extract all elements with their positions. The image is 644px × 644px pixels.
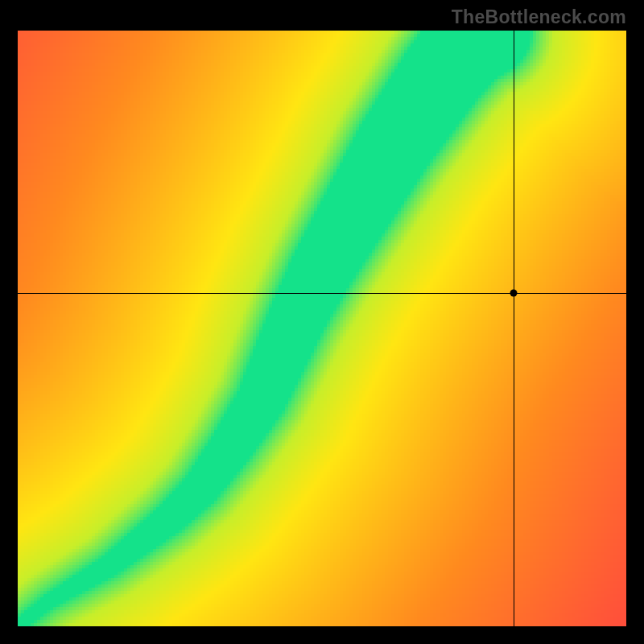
crosshair-horizontal <box>18 293 626 294</box>
marker-dot <box>510 289 518 296</box>
watermark-text: TheBottleneck.com <box>452 6 626 28</box>
plot-area <box>18 31 626 626</box>
heatmap-canvas <box>18 31 626 626</box>
chart-container: TheBottleneck.com <box>0 0 644 644</box>
crosshair-vertical <box>514 31 514 626</box>
